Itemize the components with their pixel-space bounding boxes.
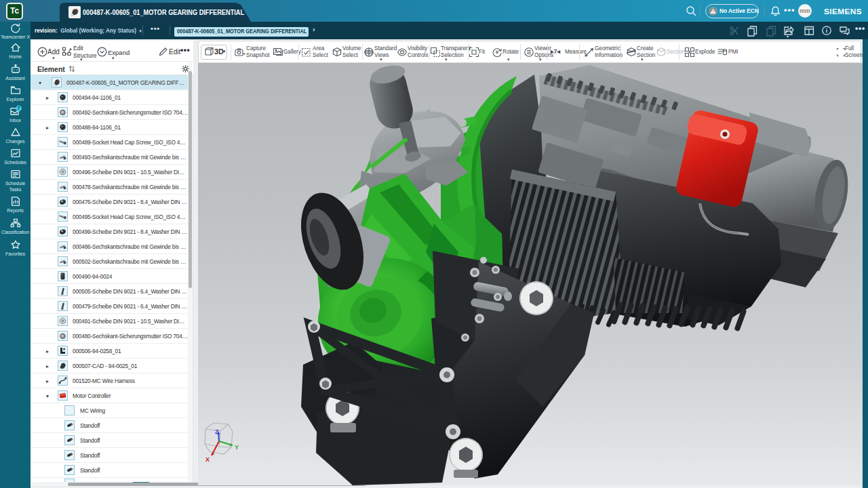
svg-text:X: X xyxy=(205,456,210,463)
svg-text:7: 7 xyxy=(17,106,20,110)
svg-text:Z: Z xyxy=(215,428,219,435)
svg-text:Y: Y xyxy=(235,444,239,451)
